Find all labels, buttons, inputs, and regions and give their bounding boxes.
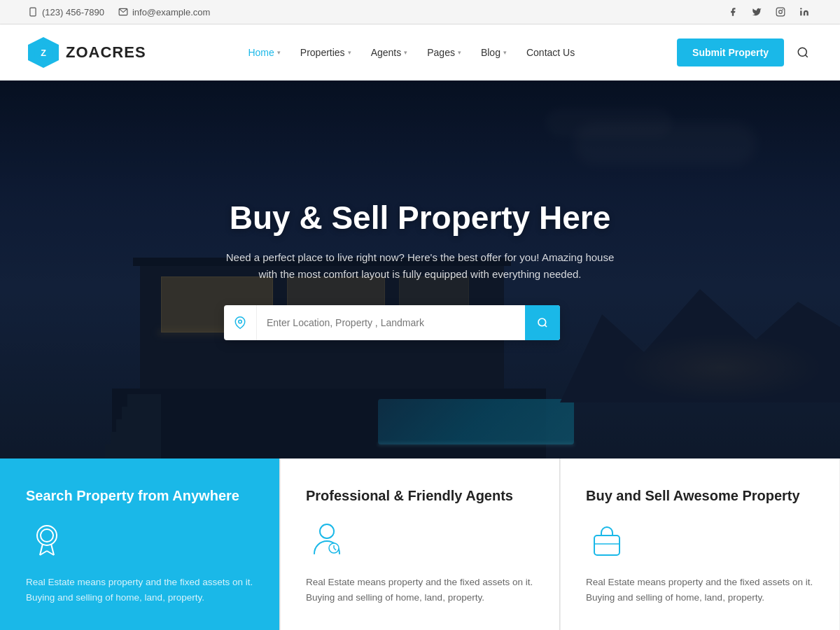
nav-contact[interactable]: Contact Us <box>518 41 583 64</box>
feature-card-search: Search Property from Anywhere Real Estat… <box>0 458 280 630</box>
award-icon <box>26 519 68 561</box>
svg-point-10 <box>798 48 806 56</box>
top-bar-contact: (123) 456-7890 info@example.com <box>28 7 210 18</box>
feature-title-search: Search Property from Anywhere <box>26 486 254 505</box>
svg-point-5 <box>783 10 783 10</box>
social-icons <box>725 4 812 20</box>
facebook-icon[interactable] <box>725 4 741 20</box>
agents-caret: ▾ <box>404 49 407 56</box>
svg-point-13 <box>538 318 546 326</box>
phone-info: (123) 456-7890 <box>28 7 104 18</box>
feature-icon-search <box>26 519 254 561</box>
nav-agents[interactable]: Agents ▾ <box>363 41 416 64</box>
search-icon <box>797 46 809 59</box>
instagram-icon[interactable] <box>773 4 788 20</box>
feature-title-buysell: Buy and Sell Awesome Property <box>586 486 814 505</box>
svg-rect-0 <box>30 8 36 16</box>
logo[interactable]: Z ZOACRES <box>28 37 146 68</box>
svg-rect-3 <box>776 8 785 16</box>
main-nav: Home ▾ Properties ▾ Agents ▾ Pages ▾ Blo… <box>239 41 583 64</box>
top-bar: (123) 456-7890 info@example.com <box>0 0 840 24</box>
feature-card-buysell: Buy and Sell Awesome Property Real Estat… <box>560 458 840 630</box>
feature-icon-agents <box>306 519 534 561</box>
svg-point-16 <box>41 529 53 542</box>
svg-rect-6 <box>800 10 802 15</box>
feature-title-agents: Professional & Friendly Agents <box>306 486 534 505</box>
bag-icon <box>586 519 628 561</box>
hero-subtitle: Need a perfect place to live right now? … <box>224 249 616 283</box>
nav-properties[interactable]: Properties ▾ <box>292 41 360 64</box>
email-icon <box>118 7 128 17</box>
feature-icon-buysell <box>586 519 814 561</box>
svg-point-4 <box>779 10 783 14</box>
feature-text-buysell: Real Estate means property and the fixed… <box>586 575 814 605</box>
nav-home[interactable]: Home ▾ <box>239 41 288 64</box>
header: Z ZOACRES Home ▾ Properties ▾ Agents ▾ P… <box>0 24 840 80</box>
home-caret: ▾ <box>277 49 281 56</box>
hero-section: Buy & Sell Property Here Need a perfect … <box>0 80 840 458</box>
email-info: info@example.com <box>118 7 210 18</box>
hero-content: Buy & Sell Property Here Need a perfect … <box>196 199 644 340</box>
nav-pages[interactable]: Pages ▾ <box>419 41 470 64</box>
twitter-icon[interactable] <box>749 4 764 20</box>
header-search-button[interactable] <box>794 43 812 62</box>
phone-icon <box>28 7 38 17</box>
location-pin-icon <box>224 305 257 340</box>
feature-text-agents: Real Estate means property and the fixed… <box>306 575 534 605</box>
linkedin-icon[interactable] <box>797 4 812 20</box>
nav-blog[interactable]: Blog ▾ <box>472 41 515 64</box>
svg-line-14 <box>545 325 547 327</box>
hero-title: Buy & Sell Property Here <box>224 199 616 237</box>
logo-diamond: Z <box>34 43 53 62</box>
logo-text: ZOACRES <box>66 43 146 62</box>
hero-search-bar <box>224 305 560 340</box>
feature-card-agents: Professional & Friendly Agents Real Esta… <box>280 458 560 630</box>
properties-caret: ▾ <box>348 49 351 56</box>
header-right: Submit Property <box>677 38 812 66</box>
person-icon <box>306 519 348 561</box>
svg-line-11 <box>805 55 807 57</box>
search-submit-icon <box>537 317 548 328</box>
svg-text:Z: Z <box>41 48 46 58</box>
logo-icon: Z <box>28 37 59 68</box>
feature-text-search: Real Estate means property and the fixed… <box>26 575 254 605</box>
svg-point-12 <box>239 320 242 323</box>
search-submit-button[interactable] <box>525 305 560 340</box>
svg-point-21 <box>320 524 334 538</box>
svg-point-7 <box>800 8 802 9</box>
submit-property-button[interactable]: Submit Property <box>677 38 784 66</box>
blog-caret: ▾ <box>503 49 507 56</box>
search-input[interactable] <box>257 305 525 340</box>
pages-caret: ▾ <box>458 49 461 56</box>
svg-rect-25 <box>594 536 620 555</box>
features-section: Search Property from Anywhere Real Estat… <box>0 458 840 630</box>
